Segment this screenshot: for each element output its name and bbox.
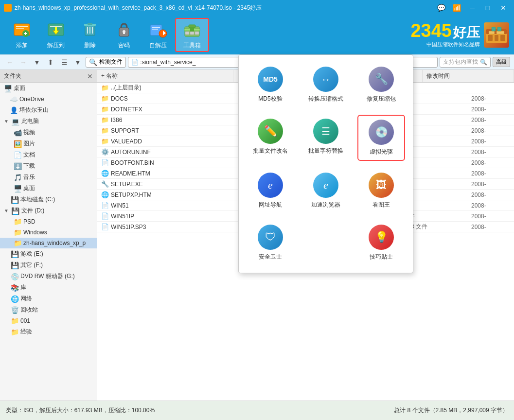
sidebar-document-label: 文档 xyxy=(23,151,35,159)
repair-icon: 🔧 xyxy=(369,67,394,92)
document-icon: 📄 xyxy=(14,151,21,159)
svg-rect-5 xyxy=(25,32,26,35)
sidebar-item-network[interactable]: ▶ 🌐 网络 xyxy=(0,293,97,304)
delete-button[interactable]: 删除 xyxy=(73,18,107,52)
sidebar-item-experience[interactable]: ▶ 📁 经验 xyxy=(0,326,97,337)
onedrive-icon: ☁️ xyxy=(10,95,18,103)
toolbox-button[interactable]: 工具箱 xyxy=(175,18,209,52)
setup-modified: 2008- xyxy=(471,181,510,188)
detect-search[interactable]: 🔍 检测文件 xyxy=(86,57,126,68)
password-label: 密码 xyxy=(118,41,130,50)
thispc-icon: 💻 xyxy=(12,118,19,125)
parent-folder-name: ..(上层目录) xyxy=(111,84,239,92)
sidebar-item-drived[interactable]: ▼ 💾 文件 (D:) xyxy=(0,205,97,216)
sidebar-item-psd[interactable]: 📁 PSD xyxy=(0,216,97,227)
col-header-name[interactable]: + 名称 xyxy=(97,70,233,82)
dropdown-md5[interactable]: MD5 MD5校验 xyxy=(247,63,294,107)
col-header-modified[interactable]: 修改时间 xyxy=(423,70,514,82)
tips-icon: 💡 xyxy=(369,225,394,250)
psd-icon: 📁 xyxy=(14,218,21,226)
urlnav-label: 网址导航 xyxy=(259,201,282,209)
search-icon: 🔍 xyxy=(89,58,97,66)
menu-button[interactable]: ☰ xyxy=(58,56,70,68)
password-button[interactable]: 密码 xyxy=(107,18,141,52)
sidebar-item-library[interactable]: ▶ 📚 库 xyxy=(0,282,97,293)
sidebar-driveg-label: DVD RW 驱动器 (G:) xyxy=(20,272,75,280)
content-search[interactable]: 支持包内查找 🔍 xyxy=(440,57,491,68)
selfextract-button[interactable]: 自解压 xyxy=(141,18,175,52)
window-controls: 💬 📶 ─ □ ✕ xyxy=(434,1,510,15)
svg-rect-1 xyxy=(16,26,28,27)
brand-subtitle: 中国压缩软件知名品牌 xyxy=(410,41,480,48)
dropdown-virtualdrive[interactable]: 💿 虚拟光驱 xyxy=(357,115,405,161)
sidebar-item-zhwindows[interactable]: 📁 zh-hans_windows_xp_p xyxy=(0,238,97,248)
dropdown-repair[interactable]: 🔧 修复压缩包 xyxy=(357,63,405,107)
security-icon: 🛡 xyxy=(258,225,283,250)
sidebar-item-driveg[interactable]: ▶ 💿 DVD RW 驱动器 (G:) xyxy=(0,271,97,282)
sidebar-close-button[interactable]: ✕ xyxy=(87,72,93,80)
sidebar-zhwindows-label: zh-hans_windows_xp_p xyxy=(23,240,86,246)
sidebar-item-tayier[interactable]: 👤 塔依尔玉山 xyxy=(0,105,97,116)
view-button[interactable]: ▼ xyxy=(72,56,84,68)
viewer-icon: 🖼 xyxy=(369,173,394,198)
sidebar-psd-label: PSD xyxy=(23,218,35,225)
toolbox-grid: MD5 MD5校验 ↔ 转换压缩格式 🔧 修复压缩包 ✏️ 批量文件改名 ☰ 批… xyxy=(247,63,405,265)
back-button[interactable]: ← xyxy=(4,56,16,68)
status-right: 总计 8 个文件（2.85 MB，2,997,009 字节） xyxy=(394,406,508,415)
dropdown-security[interactable]: 🛡 安全卫士 xyxy=(247,221,294,265)
dropdown-tips[interactable]: 💡 技巧贴士 xyxy=(357,221,405,265)
advanced-button[interactable]: 高级 xyxy=(493,57,510,67)
zhwindows-icon: 📁 xyxy=(14,239,21,247)
minimize-button[interactable]: ─ xyxy=(465,1,479,15)
sidebar-windows-label: Windows xyxy=(23,229,47,236)
recycle-arrow-icon: ▶ xyxy=(4,307,8,313)
music-icon: 🎵 xyxy=(14,174,21,181)
virtualdrive-label: 虚拟光驱 xyxy=(370,148,393,156)
sidebar-item-video[interactable]: 📹 视频 xyxy=(0,127,97,138)
dropdown-urlnav[interactable]: e 网址导航 xyxy=(247,169,294,213)
dropdown-batchrename[interactable]: ✏️ 批量文件改名 xyxy=(247,115,294,161)
sidebar-item-desktop[interactable]: 🖥️ 桌面 xyxy=(0,83,97,94)
dropdown-batchreplace[interactable]: ☰ 批量字符替换 xyxy=(302,115,350,161)
001-arrow-icon: ▶ xyxy=(4,318,8,324)
sidebar-item-localc[interactable]: ▶ 💾 本地磁盘 (C:) xyxy=(0,194,97,205)
add-button[interactable]: 添加 xyxy=(5,18,39,52)
exp-arrow-icon: ▶ xyxy=(4,329,8,334)
toolbox-icon xyxy=(182,20,202,39)
delete-icon xyxy=(80,20,100,39)
extract-button[interactable]: 解压到 xyxy=(39,18,73,52)
dropdown-viewer[interactable]: 🖼 看图王 xyxy=(357,169,405,213)
svg-rect-33 xyxy=(489,31,495,34)
sidebar-item-onedrive[interactable]: ☁️ OneDrive xyxy=(0,94,97,105)
sidebar-item-drivee[interactable]: ▶ 💾 游戏 (E:) xyxy=(0,248,97,260)
sidebar-item-windows[interactable]: 📁 Windows xyxy=(0,227,97,238)
sidebar-drivee-label: 游戏 (E:) xyxy=(20,250,43,258)
sidebar-item-thispc[interactable]: ▼ 💻 此电脑 xyxy=(0,116,97,127)
docs-folder-icon: 📁 xyxy=(101,95,109,103)
maximize-button[interactable]: □ xyxy=(481,1,495,15)
svg-rect-27 xyxy=(190,28,194,32)
svg-rect-38 xyxy=(492,27,496,31)
sidebar-item-desktop2[interactable]: 🖥️ 桌面 xyxy=(0,183,97,194)
dropdown-convert[interactable]: ↔ 转换压缩格式 xyxy=(302,63,350,107)
svg-rect-2 xyxy=(16,28,24,29)
setup-icon: 🔧 xyxy=(101,180,109,188)
sidebar-item-document[interactable]: 📄 文档 xyxy=(0,149,97,160)
sidebar-item-picture[interactable]: 🖼️ 图片 xyxy=(0,138,97,149)
sidebar-item-drivef[interactable]: ▶ 💾 其它 (F:) xyxy=(0,260,97,271)
forward-button[interactable]: → xyxy=(18,56,29,68)
dropdown-browser[interactable]: e 加速浏览器 xyxy=(302,169,350,213)
svg-rect-39 xyxy=(497,27,501,31)
recycle-icon: 🗑️ xyxy=(11,306,18,314)
status-left: 类型：ISO，解压后大小：617.93 MB，压缩比：100.00% xyxy=(6,406,155,415)
sidebar-item-recycle[interactable]: ▶ 🗑️ 回收站 xyxy=(0,304,97,315)
toolbox-label: 工具箱 xyxy=(183,41,201,50)
close-button[interactable]: ✕ xyxy=(496,1,510,15)
dropdown-button[interactable]: ▼ xyxy=(31,56,43,68)
sidebar-item-music[interactable]: 🎵 音乐 xyxy=(0,172,97,183)
sidebar-music-label: 音乐 xyxy=(23,173,35,181)
up-button[interactable]: ⬆ xyxy=(45,56,56,68)
sidebar-item-download[interactable]: ⬇️ 下载 xyxy=(0,160,97,172)
convert-icon: ↔ xyxy=(313,67,338,92)
sidebar-item-001[interactable]: ▶ 📁 001 xyxy=(0,315,97,326)
